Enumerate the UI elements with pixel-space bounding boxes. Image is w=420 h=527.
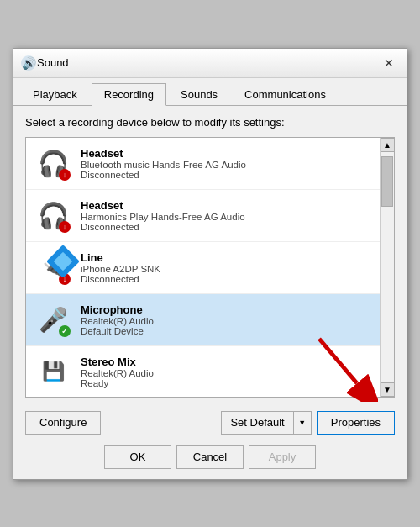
tab-communications[interactable]: Communications [232,83,339,105]
device-list-container: 🎧 ↓ Headset Bluetooth music Hands-Free A… [25,137,395,398]
status-badge-error-0: ↓ [59,169,71,181]
window-title: Sound [37,56,378,69]
device-status-4: Ready [81,378,371,388]
device-status-3: Default Device [81,326,371,336]
device-icon-headset-0: 🎧 ↓ [34,145,72,182]
tab-playback[interactable]: Playback [20,83,90,105]
scroll-up-arrow[interactable]: ▲ [381,138,395,152]
ok-cancel-row: OK Cancel Apply [13,440,407,479]
configure-button[interactable]: Configure [25,411,101,435]
properties-button[interactable]: Properties [317,411,395,435]
cancel-button[interactable]: Cancel [176,445,244,469]
device-icon-mic: 🎤 ✓ [34,301,72,339]
device-info-4: Stereo Mix Realtek(R) Audio Ready [81,356,371,388]
device-item-1[interactable]: 🎧 ↓ Headset Harmonics Play Hands-Free AG… [26,190,380,242]
scroll-down-arrow[interactable]: ▼ [381,382,395,397]
set-default-group: Set Default ▼ [221,411,311,435]
status-badge-ok-3: ✓ [59,325,71,337]
device-info-2: Line iPhone A2DP SNK Disconnected [81,251,371,284]
device-name-1: Headset [81,199,371,212]
device-info-3: Microphone Realtek(R) Audio Default Devi… [81,303,371,336]
device-status-2: Disconnected [81,274,371,284]
set-default-dropdown[interactable]: ▼ [293,411,312,435]
sound-dialog: 🔊 Sound ✕ Playback Recording Sounds Comm… [13,48,407,480]
device-info-0: Headset Bluetooth music Hands-Free AG Au… [81,147,371,180]
device-item-2[interactable]: 🔌 ↓ Line iPhone A2DP SNK Disconnected [26,242,380,294]
device-sub-4: Realtek(R) Audio [81,368,371,378]
device-item-4[interactable]: 💾 Stereo Mix Realtek(R) Audio Ready [26,346,380,397]
status-badge-error-1: ↓ [59,221,71,233]
instruction-text: Select a recording device below to modif… [25,116,395,129]
tab-sounds[interactable]: Sounds [168,83,230,105]
sound-icon: 🔊 [20,55,37,71]
scroll-track[interactable] [381,152,394,382]
device-item-0[interactable]: 🎧 ↓ Headset Bluetooth music Hands-Free A… [26,138,380,190]
scrollbar: ▲ ▼ [380,138,394,397]
device-status-1: Disconnected [81,222,371,232]
device-list-wrapper: 🎧 ↓ Headset Bluetooth music Hands-Free A… [25,137,395,398]
device-icon-line: 🔌 ↓ [34,249,72,287]
device-name-4: Stereo Mix [81,356,371,368]
tab-recording[interactable]: Recording [92,83,166,106]
device-item-3[interactable]: 🎤 ✓ Microphone Realtek(R) Audio Default … [26,294,380,346]
close-button[interactable]: ✕ [378,55,400,71]
device-sub-3: Realtek(R) Audio [81,316,371,326]
device-name-0: Headset [81,147,371,160]
device-icon-headset-1: 🎧 ↓ [34,197,72,235]
tab-content: Select a recording device below to modif… [13,106,407,404]
title-bar: 🔊 Sound ✕ [13,49,407,78]
tabs-bar: Playback Recording Sounds Communications [13,78,407,106]
svg-text:🔊: 🔊 [22,56,37,71]
device-info-1: Headset Harmonics Play Hands-Free AG Aud… [81,199,371,232]
status-badge-error-2: ↓ [59,273,71,285]
ok-button[interactable]: OK [104,445,171,469]
scroll-thumb[interactable] [381,156,393,207]
device-name-2: Line [81,251,371,264]
device-icon-stereo: 💾 [34,353,72,391]
device-name-3: Microphone [81,303,371,316]
bottom-buttons-row: Configure Set Default ▼ Properties [13,404,407,440]
device-list: 🎧 ↓ Headset Bluetooth music Hands-Free A… [26,138,380,397]
device-status-0: Disconnected [81,170,371,180]
set-default-button[interactable]: Set Default [221,411,292,435]
device-sub-0: Bluetooth music Hands-Free AG Audio [81,160,371,170]
device-sub-1: Harmonics Play Hands-Free AG Audio [81,212,371,222]
device-sub-2: iPhone A2DP SNK [81,264,371,274]
apply-button[interactable]: Apply [249,445,316,469]
